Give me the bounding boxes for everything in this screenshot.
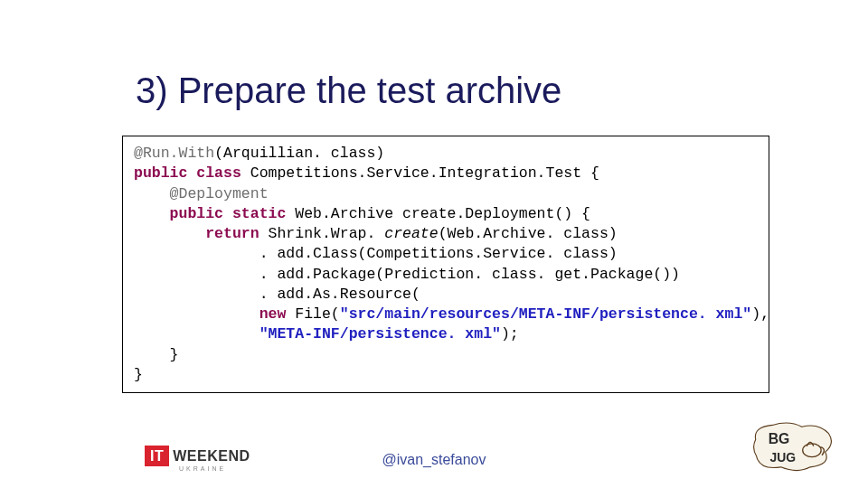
code-block: @Run.With(Arquillian. class) public clas…: [122, 136, 769, 393]
code-text: (Arquillian. class): [214, 145, 384, 162]
bg-jug-logo: BG JUG: [750, 418, 836, 477]
code-keyword: public class: [134, 164, 250, 182]
weekend-text: WEEKEND: [173, 448, 250, 464]
code-text: Web.Archive create.Deployment() {: [295, 205, 590, 222]
bgjug-jug-text: JUG: [770, 450, 797, 465]
bgjug-bg-text: BG: [769, 431, 790, 446]
code-keyword: new: [259, 305, 296, 323]
code-text: . add.Package(Prediction. class. get.Pac…: [259, 266, 680, 283]
code-text: . add.As.Resource(: [259, 286, 420, 303]
code-text: Competitions.Service.Integration.Test {: [250, 164, 599, 182]
code-keyword: return: [205, 225, 268, 242]
it-weekend-logo: ITWEEKEND UKRAINE: [145, 448, 250, 472]
code-string: "src/main/resources/META-INF/persistence…: [340, 305, 751, 323]
code-annotation: @Deployment: [170, 185, 269, 202]
code-static-call: create: [384, 225, 438, 242]
code-annotation: @Run.With: [134, 145, 214, 162]
twitter-handle: @ivan_stefanov: [382, 452, 486, 468]
code-text: }: [170, 346, 179, 363]
code-text: . add.Class(Competitions.Service. class): [259, 245, 618, 262]
code-text: ),: [751, 305, 769, 323]
it-box-icon: IT: [145, 446, 169, 466]
code-text: );: [501, 325, 519, 343]
code-keyword: public static: [170, 205, 296, 222]
code-string: "META-INF/persistence. xml": [259, 325, 501, 343]
code-text: }: [134, 366, 143, 383]
code-text: File(: [295, 305, 340, 323]
slide-title: 3) Prepare the test archive: [136, 70, 561, 111]
code-text: (Web.Archive. class): [439, 225, 618, 242]
code-text: Shrink.Wrap.: [269, 225, 385, 242]
ukraine-text: UKRAINE: [179, 465, 250, 472]
